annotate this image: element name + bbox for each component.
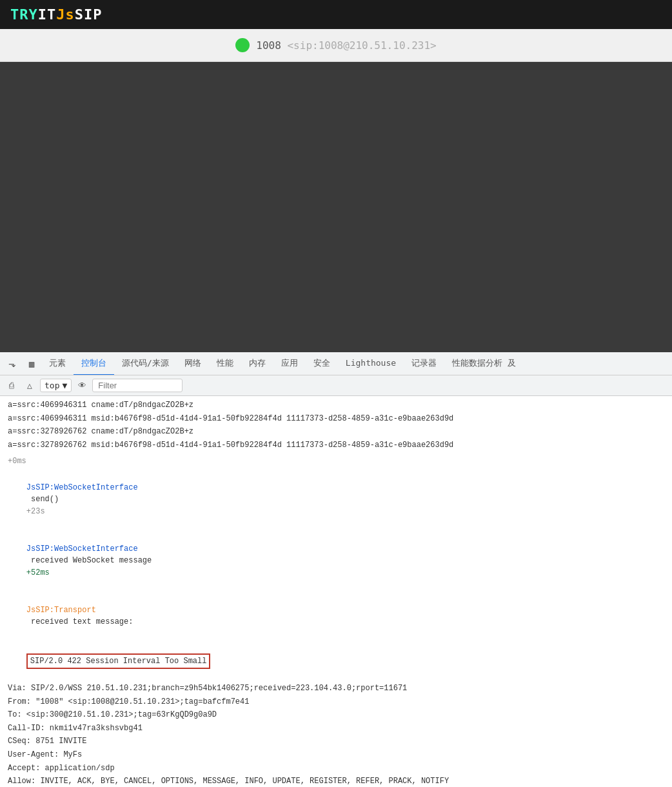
jssip-recv-timing: +52ms	[26, 568, 50, 577]
jssip-recv-action: received WebSocket message	[26, 556, 157, 565]
console-line: a=ssrc:4069946311 msid:b4676f98-d51d-41d…	[0, 412, 672, 426]
devtools-tabs: ⬎ ▩ 元素 控制台 源代码/来源 网络 性能 内存 应用 安全 Lightho…	[0, 352, 672, 375]
eye-btn[interactable]: 👁	[74, 378, 90, 394]
tab-console[interactable]: 控制台	[74, 352, 114, 375]
logo-sip: SIP	[75, 6, 103, 23]
console-line: From: "1008" <sip:1008@210.51.10.231>;ta…	[0, 695, 672, 709]
logo-it: IT	[38, 6, 57, 23]
console-line: Via: SIP/2.0/WSS 210.51.10.231;branch=z9…	[0, 682, 672, 695]
tab-network[interactable]: 网络	[177, 352, 209, 375]
jssip-websocket-label: JsSIP:WebSocketInterface	[26, 483, 138, 492]
filter-btn[interactable]: △	[22, 378, 37, 394]
jssip-transport-label: JsSIP:Transport	[26, 606, 96, 615]
tab-memory[interactable]: 内存	[241, 352, 273, 375]
console-line: To: <sip:300@210.51.10.231>;tag=63rKgQD9…	[0, 708, 672, 722]
jssip-send-action: send()	[26, 495, 59, 504]
clear-console-btn[interactable]: ⎙	[4, 378, 19, 394]
tab-recorder[interactable]: 记录器	[404, 352, 444, 375]
user-id: 1008	[256, 39, 281, 52]
devtools-device-icon[interactable]: ▩	[23, 355, 41, 373]
context-label: top	[44, 381, 59, 390]
sip-address: <sip:1008@210.51.10.231>	[287, 39, 436, 52]
jssip-send-line: JsSIP:WebSocketInterface send() +23s	[0, 469, 672, 530]
status-indicator	[235, 38, 250, 52]
chevron-down-icon: ▼	[62, 381, 67, 390]
console-line: a=ssrc:3278926762 msid:b4676f98-d51d-41d…	[0, 439, 672, 452]
tab-lighthouse[interactable]: Lighthouse	[338, 352, 404, 375]
tab-source[interactable]: 源代码/来源	[114, 352, 177, 375]
tab-application[interactable]: 应用	[273, 352, 306, 375]
tab-security[interactable]: 安全	[306, 352, 338, 375]
header: TRYITJsSIP	[0, 0, 672, 29]
timing-line: +0ms	[0, 452, 672, 469]
devtools-toolbar: ⎙ △ top ▼ 👁	[0, 375, 672, 396]
sip-error-box: SIP/2.0 422 Session Interval Too Small	[26, 653, 211, 670]
jssip-send-timing: +23s	[26, 507, 45, 516]
logo: TRYITJsSIP	[10, 6, 103, 23]
console-output: a=ssrc:4069946311 cname:dT/p8ndgacZO2B+z…	[0, 396, 672, 787]
status-bar: 1008 <sip:1008@210.51.10.231>	[0, 29, 672, 62]
tab-performance[interactable]: 性能	[209, 352, 241, 375]
console-line: Accept: application/sdp	[0, 762, 672, 775]
logo-js: Js	[56, 6, 75, 23]
console-line: Call-ID: nkmi1v47ra3kshsvbg41	[0, 722, 672, 735]
console-line: User-Agent: MyFs	[0, 748, 672, 762]
app-area	[0, 62, 672, 352]
jssip-websocket-recv-label: JsSIP:WebSocketInterface	[26, 544, 138, 553]
console-line: a=ssrc:3278926762 cname:dT/p8ndgacZO2B+z	[0, 425, 672, 439]
console-filter-input[interactable]	[92, 379, 183, 392]
jssip-transport-line: JsSIP:Transport received text message:	[0, 592, 672, 641]
devtools-inspect-icon[interactable]: ⬎	[3, 355, 21, 373]
tab-elements[interactable]: 元素	[41, 352, 74, 375]
status-text: 1008 <sip:1008@210.51.10.231>	[256, 39, 436, 52]
logo-try: TRY	[10, 6, 38, 23]
jssip-recv-line: JsSIP:WebSocketInterface received WebSoc…	[0, 530, 672, 592]
context-selector[interactable]: top ▼	[40, 379, 72, 392]
sip-error-box-line: SIP/2.0 422 Session Interval Too Small	[0, 641, 672, 682]
console-line: a=ssrc:4069946311 cname:dT/p8ndgacZO2B+z	[0, 399, 672, 412]
console-line: Allow: INVITE, ACK, BYE, CANCEL, OPTIONS…	[0, 775, 672, 787]
tab-perfanalyzer[interactable]: 性能数据分析 及	[444, 352, 524, 375]
jssip-transport-action: received text message:	[26, 617, 133, 626]
console-line: CSeq: 8751 INVITE	[0, 735, 672, 748]
